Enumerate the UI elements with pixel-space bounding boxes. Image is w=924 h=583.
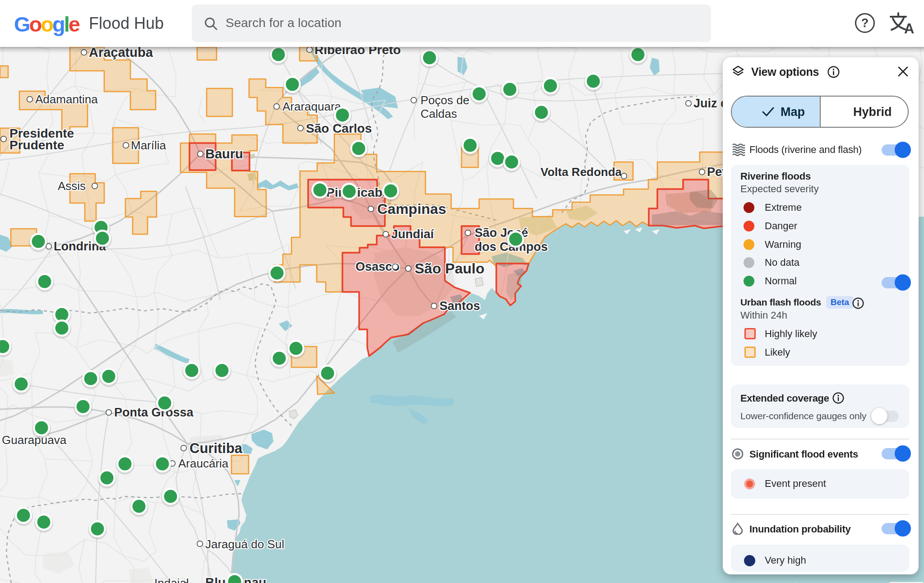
svg-text:A: A <box>904 21 914 36</box>
svg-text:Campinas: Campinas <box>377 201 446 217</box>
svg-text:Jundiaí: Jundiaí <box>391 227 434 241</box>
svg-text:Marília: Marília <box>131 139 166 152</box>
svg-text:Volta Redonda: Volta Redonda <box>541 165 622 179</box>
svg-text:Curitiba: Curitiba <box>189 440 243 456</box>
svg-text:Prudente: Prudente <box>9 138 64 152</box>
svg-text:Santos: Santos <box>439 299 480 313</box>
svg-text:Poços de: Poços de <box>420 93 469 107</box>
svg-text:Araucária: Araucária <box>178 457 229 470</box>
svg-text:Araraquara: Araraquara <box>282 100 342 113</box>
svg-text:Caldas: Caldas <box>420 107 457 120</box>
svg-text:Ponta Grossa: Ponta Grossa <box>114 406 194 419</box>
svg-text:Jaraguá do Sul: Jaraguá do Sul <box>205 537 284 551</box>
svg-text:Assis: Assis <box>58 179 86 193</box>
svg-text:Guarapuava: Guarapuava <box>2 433 67 447</box>
svg-text:?: ? <box>861 16 869 30</box>
svg-text:São Paulo: São Paulo <box>415 260 485 277</box>
svg-text:Bauru: Bauru <box>205 147 243 161</box>
svg-text:Adamantina: Adamantina <box>35 93 98 106</box>
svg-text:Indaial: Indaial <box>154 576 189 583</box>
